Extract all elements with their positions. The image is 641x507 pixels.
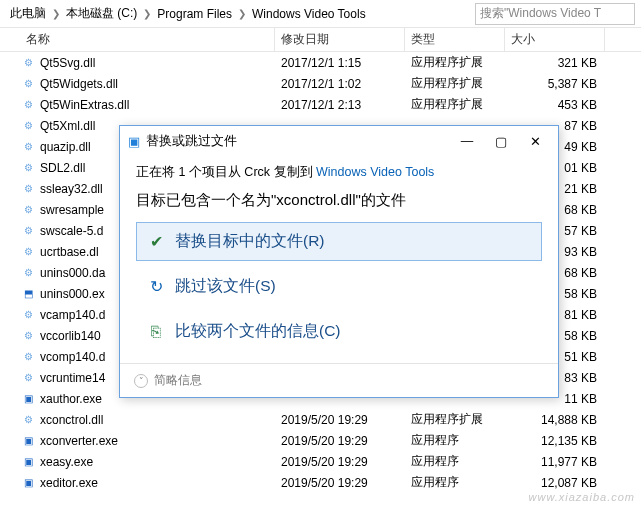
file-name: unins000.da xyxy=(40,266,105,280)
file-icon: ⚙ xyxy=(20,118,36,134)
maximize-button[interactable]: ▢ xyxy=(486,129,516,153)
file-icon: ⚙ xyxy=(20,139,36,155)
breadcrumb: 此电脑 ❯ 本地磁盘 (C:) ❯ Program Files ❯ Window… xyxy=(0,0,641,28)
file-name: xauthor.exe xyxy=(40,392,102,406)
dialog-footer[interactable]: ˅ 简略信息 xyxy=(120,363,558,397)
file-size: 14,888 KB xyxy=(505,413,605,427)
copy-icon: ▣ xyxy=(128,134,140,149)
file-type: 应用程序扩展 xyxy=(405,411,505,428)
minimize-button[interactable]: — xyxy=(452,129,482,153)
chevron-right-icon: ❯ xyxy=(141,8,153,19)
breadcrumb-seg-current[interactable]: Windows Video Tools xyxy=(248,7,370,21)
file-date: 2019/5/20 19:29 xyxy=(275,476,405,490)
chevron-right-icon: ❯ xyxy=(50,8,62,19)
file-name: swresample xyxy=(40,203,104,217)
copy-status-line: 正在将 1 个项目从 Crck 复制到 Windows Video Tools xyxy=(136,164,542,181)
file-icon: ▣ xyxy=(20,433,36,449)
file-date: 2019/5/20 19:29 xyxy=(275,413,405,427)
file-size: 12,135 KB xyxy=(505,434,605,448)
file-name: Qt5Xml.dll xyxy=(40,119,95,133)
file-date: 2017/12/1 2:13 xyxy=(275,98,405,112)
chevron-down-icon: ˅ xyxy=(134,374,148,388)
file-icon: ⚙ xyxy=(20,244,36,260)
file-name: SDL2.dll xyxy=(40,161,85,175)
chevron-right-icon: ❯ xyxy=(236,8,248,19)
file-icon: ▣ xyxy=(20,391,36,407)
table-row[interactable]: ⚙Qt5Svg.dll2017/12/1 1:15应用程序扩展321 KB xyxy=(0,52,641,73)
file-date: 2017/12/1 1:15 xyxy=(275,56,405,70)
table-row[interactable]: ▣xeasy.exe2019/5/20 19:29应用程序11,977 KB xyxy=(0,451,641,472)
file-type: 应用程序扩展 xyxy=(405,75,505,92)
skip-icon: ↻ xyxy=(147,278,165,296)
file-name: Qt5Svg.dll xyxy=(40,56,95,70)
table-row[interactable]: ⚙xconctrol.dll2019/5/20 19:29应用程序扩展14,88… xyxy=(0,409,641,430)
file-name: Qt5WinExtras.dll xyxy=(40,98,129,112)
col-type[interactable]: 类型 xyxy=(405,28,505,51)
file-icon: ⚙ xyxy=(20,181,36,197)
breadcrumb-seg-drive[interactable]: 本地磁盘 (C:) xyxy=(62,5,141,22)
search-input[interactable]: 搜索"Windows Video T xyxy=(475,3,635,25)
conflict-message: 目标已包含一个名为"xconctrol.dll"的文件 xyxy=(136,191,542,210)
file-icon: ⚙ xyxy=(20,265,36,281)
breadcrumb-seg-pc[interactable]: 此电脑 xyxy=(6,5,50,22)
file-name: Qt5Widgets.dll xyxy=(40,77,118,91)
file-type: 应用程序扩展 xyxy=(405,54,505,71)
file-name: ucrtbase.dl xyxy=(40,245,99,259)
file-name: xeditor.exe xyxy=(40,476,98,490)
replace-dialog: ▣ 替换或跳过文件 — ▢ ✕ 正在将 1 个项目从 Crck 复制到 Wind… xyxy=(119,125,559,398)
file-date: 2019/5/20 19:29 xyxy=(275,434,405,448)
file-icon: ⚙ xyxy=(20,55,36,71)
file-size: 321 KB xyxy=(505,56,605,70)
file-icon: ⚙ xyxy=(20,160,36,176)
table-row[interactable]: ▣xeditor.exe2019/5/20 19:29应用程序12,087 KB xyxy=(0,472,641,493)
close-button[interactable]: ✕ xyxy=(520,129,550,153)
file-size: 11,977 KB xyxy=(505,455,605,469)
file-name: unins000.ex xyxy=(40,287,105,301)
file-type: 应用程序 xyxy=(405,474,505,491)
file-name: vcomp140.d xyxy=(40,350,105,364)
file-icon: ⚙ xyxy=(20,307,36,323)
compare-icon: ⎘ xyxy=(147,323,165,341)
file-icon: ▣ xyxy=(20,475,36,491)
file-name: swscale-5.d xyxy=(40,224,103,238)
option-replace[interactable]: ✔ 替换目标中的文件(R) xyxy=(136,222,542,261)
file-name: quazip.dll xyxy=(40,140,91,154)
file-date: 2017/12/1 1:02 xyxy=(275,77,405,91)
file-name: xconverter.exe xyxy=(40,434,118,448)
file-icon: ▣ xyxy=(20,454,36,470)
file-icon: ⚙ xyxy=(20,76,36,92)
table-row[interactable]: ⚙Qt5WinExtras.dll2017/12/1 2:13应用程序扩展453… xyxy=(0,94,641,115)
table-row[interactable]: ⚙Qt5Widgets.dll2017/12/1 1:02应用程序扩展5,387… xyxy=(0,73,641,94)
file-name: ssleay32.dll xyxy=(40,182,103,196)
option-skip[interactable]: ↻ 跳过该文件(S) xyxy=(136,267,542,306)
file-type: 应用程序 xyxy=(405,432,505,449)
column-headers: 名称 修改日期 类型 大小 xyxy=(0,28,641,52)
col-name[interactable]: 名称 xyxy=(20,28,275,51)
file-icon: ⚙ xyxy=(20,370,36,386)
file-type: 应用程序扩展 xyxy=(405,96,505,113)
file-name: vcruntime14 xyxy=(40,371,105,385)
more-info-label: 简略信息 xyxy=(154,372,202,389)
file-name: xconctrol.dll xyxy=(40,413,103,427)
col-date[interactable]: 修改日期 xyxy=(275,28,405,51)
dialog-titlebar: ▣ 替换或跳过文件 — ▢ ✕ xyxy=(120,126,558,156)
file-icon: ⚙ xyxy=(20,349,36,365)
file-icon: ⚙ xyxy=(20,412,36,428)
destination-link[interactable]: Windows Video Tools xyxy=(316,165,434,179)
file-icon: ⚙ xyxy=(20,97,36,113)
file-name: xeasy.exe xyxy=(40,455,93,469)
file-date: 2019/5/20 19:29 xyxy=(275,455,405,469)
file-name: vccorlib140 xyxy=(40,329,101,343)
col-size[interactable]: 大小 xyxy=(505,28,605,51)
file-icon: ⚙ xyxy=(20,328,36,344)
file-icon: ⚙ xyxy=(20,223,36,239)
file-size: 12,087 KB xyxy=(505,476,605,490)
check-icon: ✔ xyxy=(147,233,165,251)
table-row[interactable]: ▣xconverter.exe2019/5/20 19:29应用程序12,135… xyxy=(0,430,641,451)
file-size: 5,387 KB xyxy=(505,77,605,91)
file-type: 应用程序 xyxy=(405,453,505,470)
breadcrumb-seg-programfiles[interactable]: Program Files xyxy=(153,7,236,21)
option-compare[interactable]: ⎘ 比较两个文件的信息(C) xyxy=(136,312,542,351)
file-icon: ⚙ xyxy=(20,202,36,218)
file-size: 453 KB xyxy=(505,98,605,112)
